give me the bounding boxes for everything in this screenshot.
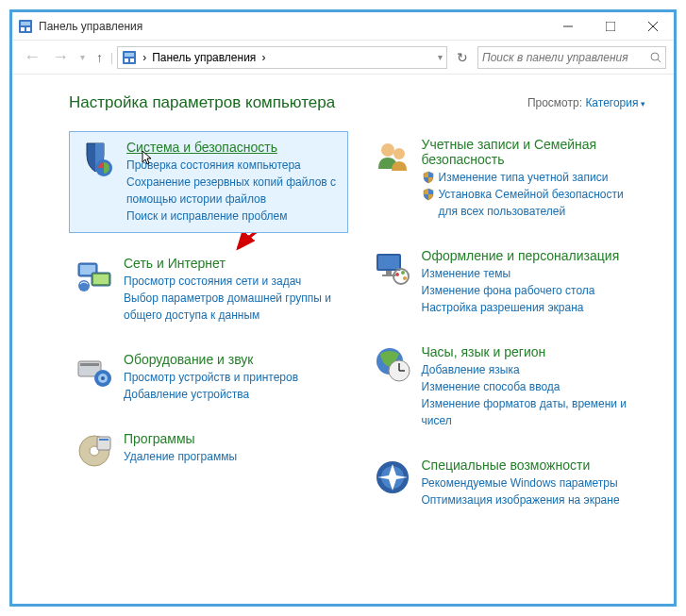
address-bar[interactable]: › Панель управления › ▾ — [117, 46, 447, 69]
sublink[interactable]: Удаление программы — [124, 448, 343, 465]
category-body: Оборудование и звукПросмотр устройств и … — [124, 352, 343, 403]
hardware-sound-icon — [75, 352, 114, 403]
category-title-link[interactable]: Учетные записи и Семейная безопасность — [422, 137, 641, 167]
close-button[interactable] — [631, 12, 674, 41]
svg-rect-1 — [21, 22, 30, 25]
sublink[interactable]: Изменение типа учетной записи — [439, 169, 609, 186]
svg-point-38 — [401, 271, 405, 275]
sublink[interactable]: Поиск и исправление проблем — [126, 208, 340, 225]
svg-rect-33 — [378, 256, 399, 269]
svg-point-12 — [651, 53, 659, 60]
forward-button[interactable]: → — [48, 47, 73, 67]
category-title-link[interactable]: Система и безопасность — [126, 140, 340, 155]
sublink[interactable]: Рекомендуемые Windows параметры — [422, 474, 641, 491]
left-column: Система и безопасностьПроверка состояния… — [69, 131, 348, 531]
svg-rect-10 — [125, 58, 128, 62]
category-title-link[interactable]: Оборудование и звук — [124, 352, 343, 367]
sublink[interactable]: Выбор параметров домашней группы и общег… — [124, 290, 343, 324]
category-body: Часы, язык и регионДобавление языкаИзмен… — [422, 344, 641, 429]
search-input[interactable] — [482, 51, 646, 64]
control-panel-icon — [122, 50, 137, 65]
svg-rect-2 — [21, 27, 25, 31]
view-by[interactable]: Просмотр: Категория — [527, 96, 645, 109]
svg-rect-9 — [125, 53, 134, 57]
svg-rect-5 — [606, 22, 615, 31]
category-body: Оформление и персонализацияИзменение тем… — [422, 248, 641, 316]
sublink[interactable]: Добавление устройства — [124, 386, 343, 403]
refresh-button[interactable]: ↻ — [451, 50, 474, 65]
view-by-mode[interactable]: Категория — [585, 96, 645, 109]
category-title-link[interactable]: Часы, язык и регион — [422, 344, 641, 359]
breadcrumb-chevron[interactable]: › — [261, 51, 265, 64]
sublink[interactable]: Оптимизация изображения на экране — [422, 491, 641, 508]
right-column: Учетные записи и Семейная безопасностьИз… — [367, 131, 646, 531]
svg-point-31 — [393, 148, 405, 159]
sublink[interactable]: Изменение форматов даты, времени и чисел — [422, 395, 641, 429]
category-title-link[interactable]: Программы — [124, 431, 343, 446]
view-by-label: Просмотр: — [527, 96, 582, 109]
programs-icon — [75, 431, 114, 471]
network-icon — [75, 256, 114, 324]
svg-rect-29 — [99, 439, 109, 441]
maximize-button[interactable] — [589, 12, 631, 41]
category-clock: Часы, язык и регионДобавление языкаИзмен… — [367, 339, 646, 435]
svg-point-37 — [395, 273, 399, 276]
category-hardware-sound: Оборудование и звукПросмотр устройств и … — [69, 346, 348, 408]
uac-shield-icon — [422, 171, 435, 184]
sublink[interactable]: Изменение способа ввода — [422, 378, 641, 395]
svg-point-25 — [101, 376, 105, 380]
category-network: Сеть и ИнтернетПросмотр состояния сети и… — [69, 250, 348, 329]
svg-rect-3 — [26, 27, 30, 31]
sublink[interactable]: Проверка состояния компьютера — [126, 157, 340, 174]
svg-rect-19 — [93, 275, 109, 284]
svg-point-36 — [393, 269, 409, 284]
search-box[interactable] — [477, 46, 666, 69]
category-appearance: Оформление и персонализацияИзменение тем… — [367, 242, 646, 322]
control-panel-icon — [18, 19, 33, 34]
category-accessibility: Специальные возможностиРекомендуемые Win… — [367, 452, 646, 514]
svg-rect-22 — [80, 363, 99, 366]
category-body: Система и безопасностьПроверка состояния… — [126, 140, 340, 225]
sublink-row: Изменение типа учетной записи — [422, 169, 641, 186]
category-body: Сеть и ИнтернетПросмотр состояния сети и… — [124, 256, 343, 324]
appearance-icon — [373, 248, 412, 316]
sublink[interactable]: Просмотр состояния сети и задач — [124, 273, 343, 290]
category-title-link[interactable]: Оформление и персонализация — [422, 248, 641, 263]
category-title-link[interactable]: Специальные возможности — [422, 458, 641, 473]
up-button[interactable]: ↑ — [92, 50, 107, 65]
window-title: Панель управления — [39, 20, 546, 33]
uac-shield-icon — [422, 188, 435, 201]
svg-rect-34 — [386, 271, 392, 275]
category-user-accounts: Учетные записи и Семейная безопасностьИз… — [367, 131, 646, 225]
titlebar: Панель управления — [12, 12, 674, 41]
sublink[interactable]: Сохранение резервных копий файлов с помо… — [126, 174, 340, 208]
category-body: Специальные возможностиРекомендуемые Win… — [422, 458, 641, 508]
toolbar: ← → ▾ ↑ | › Панель управления › ▾ ↻ — [12, 41, 674, 75]
category-body: Учетные записи и Семейная безопасностьИз… — [422, 137, 641, 220]
category-system-security: Система и безопасностьПроверка состояния… — [69, 131, 348, 233]
accessibility-icon — [373, 458, 412, 508]
address-dropdown-icon[interactable]: ▾ — [438, 52, 443, 62]
recent-dropdown[interactable]: ▾ — [76, 52, 89, 62]
sublink[interactable]: Просмотр устройств и принтеров — [124, 369, 343, 386]
system-security-icon — [77, 140, 117, 225]
sublink[interactable]: Настройка разрешения экрана — [422, 299, 641, 316]
clock-icon — [373, 344, 412, 429]
category-body: ПрограммыУдаление программы — [124, 431, 343, 471]
sublink[interactable]: Установка Семейной безопасности для всех… — [439, 186, 641, 220]
breadcrumb[interactable]: Панель управления — [152, 51, 256, 64]
category-title-link[interactable]: Сеть и Интернет — [124, 256, 343, 271]
minimize-button[interactable] — [546, 12, 589, 41]
breadcrumb-chevron[interactable]: › — [142, 51, 146, 64]
svg-rect-11 — [130, 58, 134, 62]
content-area: Настройка параметров компьютера Просмотр… — [12, 75, 674, 604]
svg-point-39 — [403, 276, 407, 280]
search-icon[interactable] — [650, 52, 661, 63]
sublink[interactable]: Изменение темы — [422, 265, 641, 282]
back-button[interactable]: ← — [20, 47, 44, 67]
sublink-row: Установка Семейной безопасности для всех… — [422, 186, 641, 220]
user-accounts-icon — [373, 137, 412, 220]
sublink[interactable]: Добавление языка — [422, 361, 641, 378]
svg-point-30 — [381, 143, 394, 157]
sublink[interactable]: Изменение фона рабочего стола — [422, 282, 641, 299]
